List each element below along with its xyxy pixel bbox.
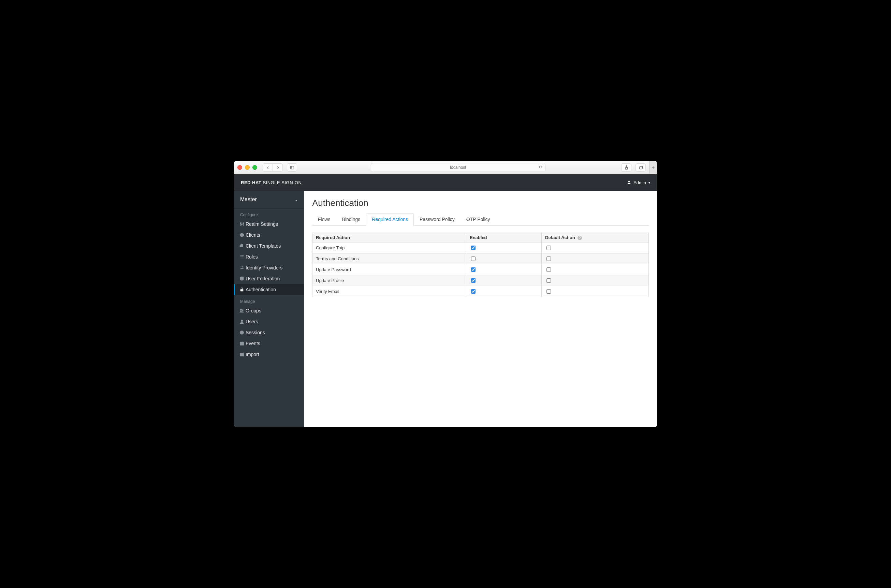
table-cell-name: Update Profile bbox=[312, 275, 466, 286]
sidebar-item-label: Roles bbox=[246, 254, 258, 260]
default-checkbox[interactable] bbox=[546, 267, 551, 272]
exchange-icon bbox=[240, 266, 244, 270]
table-cell-default bbox=[542, 254, 649, 264]
svg-rect-25 bbox=[240, 289, 243, 291]
forward-button[interactable] bbox=[273, 164, 283, 171]
close-window-button[interactable] bbox=[237, 165, 242, 170]
app-header: RED HAT SINGLE SIGN-ON Admin ▾ bbox=[234, 174, 657, 191]
sidebar-item-events[interactable]: Events bbox=[234, 338, 304, 349]
lock-icon bbox=[240, 287, 244, 292]
table-row: Verify Email bbox=[312, 286, 649, 297]
table-row: Configure Totp bbox=[312, 243, 649, 254]
brand-logo[interactable]: RED HAT SINGLE SIGN-ON bbox=[241, 180, 302, 185]
enabled-checkbox[interactable] bbox=[471, 267, 476, 272]
svg-rect-0 bbox=[290, 166, 294, 169]
user-icon bbox=[240, 319, 244, 324]
enabled-checkbox[interactable] bbox=[471, 246, 476, 250]
sidebar-item-label: Identity Providers bbox=[246, 265, 282, 270]
sidebar-item-identity-providers[interactable]: Identity Providers bbox=[234, 262, 304, 273]
sidebar-item-roles[interactable]: Roles bbox=[234, 251, 304, 262]
nav-buttons bbox=[262, 164, 283, 171]
reload-icon[interactable]: ⟳ bbox=[539, 165, 542, 170]
chevron-down-icon: ▾ bbox=[648, 181, 650, 184]
share-button[interactable] bbox=[621, 164, 632, 171]
svg-point-4 bbox=[628, 180, 630, 182]
sidebar-item-authentication[interactable]: Authentication bbox=[234, 284, 304, 295]
sidebar-section-configure-label: Configure bbox=[234, 208, 304, 219]
default-checkbox[interactable] bbox=[546, 289, 551, 294]
enabled-checkbox[interactable] bbox=[471, 289, 476, 294]
sidebar-item-user-federation[interactable]: User Federation bbox=[234, 273, 304, 284]
sidebar-item-label: Groups bbox=[246, 308, 261, 314]
chevron-down-icon: ⌄ bbox=[295, 198, 298, 202]
tabs: Flows Bindings Required Actions Password… bbox=[312, 213, 649, 226]
sidebar-toggle-button[interactable] bbox=[287, 164, 297, 171]
sidebar-item-label: Import bbox=[246, 352, 259, 357]
sidebar-item-label: Realm Settings bbox=[246, 221, 278, 227]
table-cell-enabled bbox=[466, 264, 542, 275]
table-cell-enabled bbox=[466, 254, 542, 264]
sidebar-section-manage-label: Manage bbox=[234, 295, 304, 305]
tab-label: OTP Policy bbox=[466, 217, 490, 222]
sidebar-item-groups[interactable]: Groups bbox=[234, 305, 304, 316]
realm-name: Master bbox=[240, 196, 257, 202]
tab-required-actions[interactable]: Required Actions bbox=[366, 213, 414, 226]
sidebar-item-client-templates[interactable]: Client Templates bbox=[234, 240, 304, 251]
database-icon bbox=[240, 276, 244, 281]
table-cell-default bbox=[542, 243, 649, 254]
svg-point-26 bbox=[240, 309, 242, 310]
new-tab-button[interactable]: + bbox=[649, 161, 657, 174]
enabled-checkbox[interactable] bbox=[471, 278, 476, 283]
cubes-icon bbox=[240, 243, 244, 248]
page-title: Authentication bbox=[312, 198, 649, 208]
svg-point-8 bbox=[240, 223, 241, 224]
table-cell-enabled bbox=[466, 275, 542, 286]
svg-point-10 bbox=[243, 223, 244, 224]
enabled-checkbox[interactable] bbox=[471, 256, 476, 261]
realm-selector[interactable]: Master ⌄ bbox=[234, 191, 304, 208]
table-row: Update Password bbox=[312, 264, 649, 275]
svg-point-28 bbox=[241, 320, 243, 322]
main-content: Authentication Flows Bindings Required A… bbox=[304, 191, 657, 427]
table-cell-name: Configure Totp bbox=[312, 243, 466, 254]
tab-password-policy[interactable]: Password Policy bbox=[414, 213, 460, 226]
user-name: Admin bbox=[633, 180, 646, 185]
window-controls bbox=[237, 165, 257, 170]
user-menu[interactable]: Admin ▾ bbox=[627, 180, 650, 185]
minimize-window-button[interactable] bbox=[245, 165, 250, 170]
tab-label: Required Actions bbox=[372, 217, 408, 222]
table-cell-default bbox=[542, 286, 649, 297]
table-header-enabled: Enabled bbox=[466, 233, 542, 243]
svg-rect-30 bbox=[240, 342, 244, 345]
default-checkbox[interactable] bbox=[546, 278, 551, 283]
table-cell-default bbox=[542, 264, 649, 275]
sidebar-item-label: Users bbox=[246, 319, 258, 324]
default-checkbox[interactable] bbox=[546, 246, 551, 250]
back-button[interactable] bbox=[262, 164, 273, 171]
tab-otp-policy[interactable]: OTP Policy bbox=[460, 213, 496, 226]
maximize-window-button[interactable] bbox=[252, 165, 257, 170]
calendar-icon bbox=[240, 341, 244, 346]
svg-point-9 bbox=[242, 224, 243, 225]
help-icon[interactable]: ? bbox=[578, 236, 582, 240]
sidebar-item-import[interactable]: Import bbox=[234, 349, 304, 360]
sidebar-item-label: Clients bbox=[246, 232, 260, 238]
tab-label: Password Policy bbox=[420, 217, 455, 222]
tab-bindings[interactable]: Bindings bbox=[336, 213, 366, 226]
cube-icon bbox=[240, 232, 244, 237]
sidebar-item-label: Events bbox=[246, 341, 260, 346]
sidebar: Master ⌄ Configure Realm Settings Client… bbox=[234, 191, 304, 427]
sidebar-item-users[interactable]: Users bbox=[234, 316, 304, 327]
table-cell-name: Verify Email bbox=[312, 286, 466, 297]
address-bar[interactable]: localhost ⟳ bbox=[371, 163, 546, 172]
default-checkbox[interactable] bbox=[546, 256, 551, 261]
table-cell-default bbox=[542, 275, 649, 286]
sidebar-item-clients[interactable]: Clients bbox=[234, 230, 304, 240]
list-icon bbox=[240, 254, 244, 259]
sidebar-item-realm-settings[interactable]: Realm Settings bbox=[234, 219, 304, 230]
table-row: Update Profile bbox=[312, 275, 649, 286]
tab-flows[interactable]: Flows bbox=[312, 213, 336, 226]
sidebar-item-sessions[interactable]: Sessions bbox=[234, 327, 304, 338]
tabs-button[interactable] bbox=[636, 164, 646, 171]
tab-label: Flows bbox=[318, 217, 330, 222]
